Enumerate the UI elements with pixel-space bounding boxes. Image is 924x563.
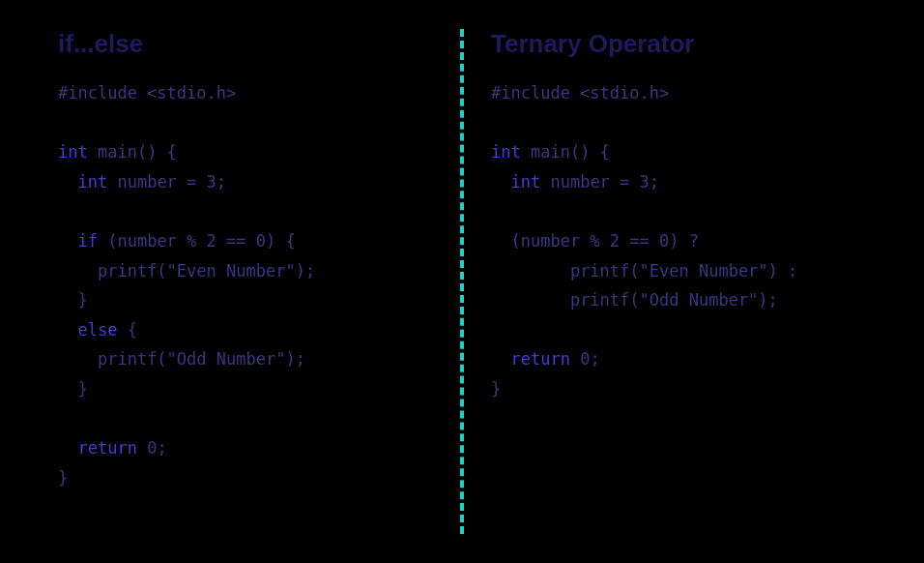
- code-text: {: [117, 320, 136, 340]
- code-text: }: [491, 379, 501, 399]
- code-keyword: int: [58, 142, 88, 162]
- right-column: Ternary Operator #include <stdio.h> int …: [462, 29, 866, 534]
- code-text: number = 3;: [107, 172, 226, 192]
- code-line: printf("Even Number");: [58, 256, 433, 286]
- code-line: [58, 108, 433, 138]
- right-code-block: #include <stdio.h> int main() { int numb…: [491, 78, 866, 404]
- code-line: return 0;: [58, 433, 433, 463]
- code-keyword: return: [510, 349, 569, 369]
- code-line: [58, 404, 433, 434]
- code-text: 0;: [137, 438, 167, 458]
- left-column: if...else #include <stdio.h> int main() …: [58, 29, 462, 534]
- code-line: return 0;: [491, 344, 866, 374]
- left-code-block: #include <stdio.h> int main() { int numb…: [58, 78, 433, 492]
- code-text: printf("Even Number") :: [570, 261, 797, 281]
- code-text: #include <stdio.h>: [58, 83, 236, 103]
- code-line: else {: [58, 315, 433, 345]
- code-text: number = 3;: [540, 172, 659, 192]
- code-line: }: [491, 374, 866, 404]
- code-line: [58, 196, 433, 226]
- code-keyword: int: [491, 142, 521, 162]
- code-line: printf("Odd Number");: [58, 344, 433, 374]
- code-line: [491, 108, 866, 138]
- code-line: (number % 2 == 0) ?: [491, 226, 866, 256]
- code-keyword: else: [77, 320, 117, 340]
- code-line: #include <stdio.h>: [491, 78, 866, 108]
- code-line: printf("Odd Number");: [491, 285, 866, 315]
- code-text: }: [58, 468, 68, 488]
- code-line: }: [58, 285, 433, 315]
- code-line: int number = 3;: [491, 167, 866, 197]
- code-line: [491, 196, 866, 226]
- code-text: (number % 2 == 0) {: [98, 231, 296, 251]
- code-line: int main() {: [491, 137, 866, 167]
- code-line: #include <stdio.h>: [58, 78, 433, 108]
- code-keyword: int: [77, 172, 107, 192]
- code-text: printf("Odd Number");: [570, 290, 778, 310]
- code-line: int main() {: [58, 137, 433, 167]
- code-keyword: return: [77, 438, 136, 458]
- code-text: 0;: [570, 349, 600, 369]
- code-keyword: int: [510, 172, 540, 192]
- right-heading: Ternary Operator: [491, 29, 866, 59]
- code-line: [491, 315, 866, 345]
- code-text: printf("Odd Number");: [98, 349, 305, 369]
- code-line: }: [58, 463, 433, 493]
- code-text: (number % 2 == 0) ?: [510, 231, 698, 251]
- code-line: int number = 3;: [58, 167, 433, 197]
- code-keyword: if: [77, 231, 97, 251]
- code-text: }: [77, 290, 87, 310]
- code-text: #include <stdio.h>: [491, 83, 669, 103]
- code-text: }: [77, 379, 87, 399]
- code-text: printf("Even Number");: [98, 261, 315, 281]
- code-text: main() {: [88, 142, 177, 162]
- left-heading: if...else: [58, 29, 433, 59]
- code-line: }: [58, 374, 433, 404]
- code-line: printf("Even Number") :: [491, 256, 866, 286]
- code-text: main() {: [521, 142, 610, 162]
- vertical-divider: [460, 29, 464, 534]
- code-line: if (number % 2 == 0) {: [58, 226, 433, 256]
